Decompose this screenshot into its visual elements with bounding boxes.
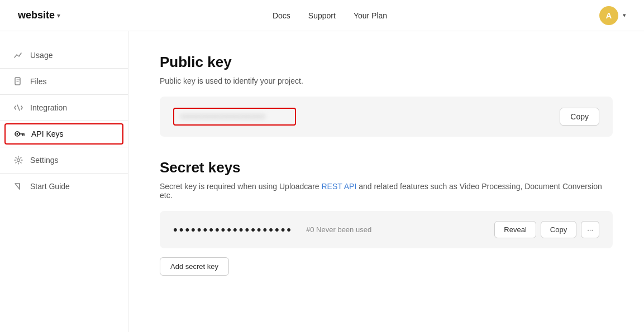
sidebar-item-settings[interactable]: Settings	[0, 150, 128, 171]
sidebar-label-usage: Usage	[30, 51, 53, 60]
secret-keys-title: Secret keys	[160, 159, 613, 176]
main-content: Public key Public key is used to identif…	[128, 31, 644, 332]
header: website ▾ Docs Support Your Plan A ▾	[0, 0, 644, 31]
logo[interactable]: website	[18, 9, 55, 21]
integration-icon	[13, 103, 23, 113]
startguide-icon	[13, 181, 23, 191]
sidebar-label-api-keys: API Keys	[31, 129, 64, 138]
sidebar-item-integration[interactable]: Integration	[0, 97, 128, 118]
sidebar-divider-4	[0, 147, 128, 147]
sidebar-divider-3	[0, 121, 128, 121]
svg-point-7	[17, 159, 20, 162]
public-key-value: ••••••••••••••••••••••	[181, 112, 266, 121]
more-options-button[interactable]: ···	[581, 221, 599, 238]
sidebar-divider-2	[0, 94, 128, 95]
sidebar-label-files: Files	[30, 77, 47, 86]
public-key-section: Public key Public key is used to identif…	[160, 54, 613, 137]
secret-key-row: •••••••••••••••••••• #0 Never been used …	[160, 211, 613, 248]
nav-support[interactable]: Support	[308, 11, 336, 20]
sidebar-label-integration: Integration	[30, 103, 67, 112]
svg-line-1	[17, 105, 20, 110]
secret-copy-button[interactable]: Copy	[541, 221, 576, 238]
avatar-dropdown-icon[interactable]: ▾	[623, 12, 626, 19]
secret-key-actions: Reveal Copy ···	[494, 221, 599, 238]
usage-icon	[13, 50, 23, 60]
sidebar-item-start-guide[interactable]: Start Guide	[0, 176, 128, 197]
public-key-title: Public key	[160, 54, 613, 71]
logo-dropdown-icon[interactable]: ▾	[57, 12, 60, 20]
files-icon	[13, 76, 23, 86]
secret-key-dots: ••••••••••••••••••••	[173, 223, 293, 237]
secret-keys-desc-before: Secret key is required when using Upload…	[160, 182, 322, 191]
public-key-value-wrapper: ••••••••••••••••••••••	[173, 108, 296, 126]
sidebar-item-api-keys[interactable]: API Keys	[4, 123, 123, 145]
secret-keys-description: Secret key is required when using Upload…	[160, 182, 613, 200]
public-key-description: Public key is used to identify your proj…	[160, 76, 613, 85]
header-left: website ▾	[18, 9, 60, 21]
sidebar-item-files[interactable]: Files	[0, 71, 128, 92]
sidebar-label-settings: Settings	[30, 156, 59, 165]
svg-point-3	[17, 133, 18, 135]
nav-docs[interactable]: Docs	[273, 11, 290, 20]
sidebar-item-usage[interactable]: Usage	[0, 45, 128, 66]
rest-api-link[interactable]: REST API	[322, 182, 357, 191]
secret-keys-section: Secret keys Secret key is required when …	[160, 159, 613, 276]
settings-icon	[13, 155, 23, 165]
secret-key-meta: #0 Never been used	[306, 225, 481, 234]
add-secret-key-button[interactable]: Add secret key	[160, 257, 229, 276]
header-nav: Docs Support Your Plan	[273, 11, 387, 20]
apikeys-icon	[15, 129, 25, 139]
avatar[interactable]: A	[599, 6, 618, 25]
public-key-copy-button[interactable]: Copy	[560, 108, 599, 126]
reveal-button[interactable]: Reveal	[494, 221, 536, 238]
public-key-box: •••••••••••••••••••••• Copy	[160, 97, 613, 137]
sidebar: Usage Files Integration	[0, 31, 128, 332]
header-right: A ▾	[599, 6, 626, 25]
nav-your-plan[interactable]: Your Plan	[354, 11, 387, 20]
sidebar-divider-1	[0, 68, 128, 69]
sidebar-label-start-guide: Start Guide	[30, 182, 70, 191]
sidebar-divider-5	[0, 173, 128, 174]
layout: Usage Files Integration	[0, 31, 644, 332]
